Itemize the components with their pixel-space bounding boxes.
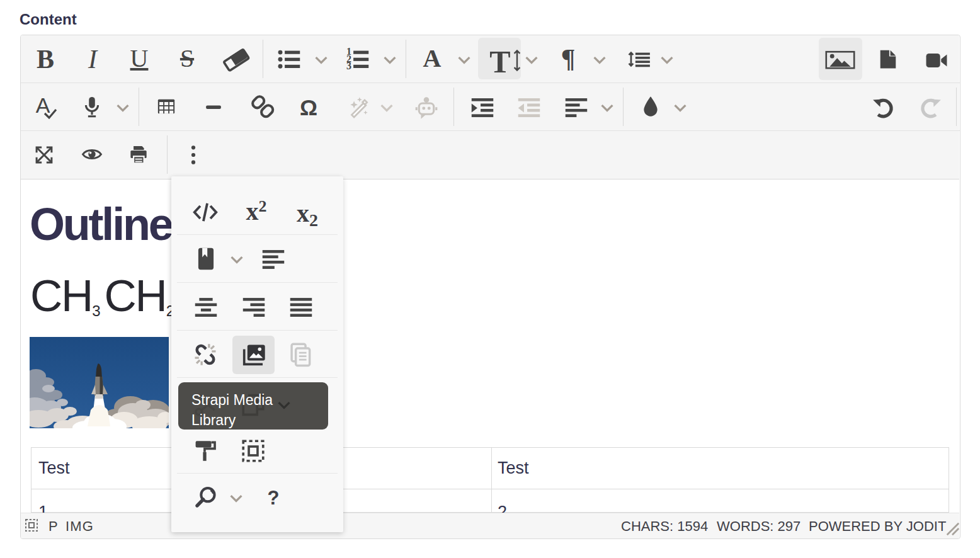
- svg-text:3: 3: [346, 60, 351, 71]
